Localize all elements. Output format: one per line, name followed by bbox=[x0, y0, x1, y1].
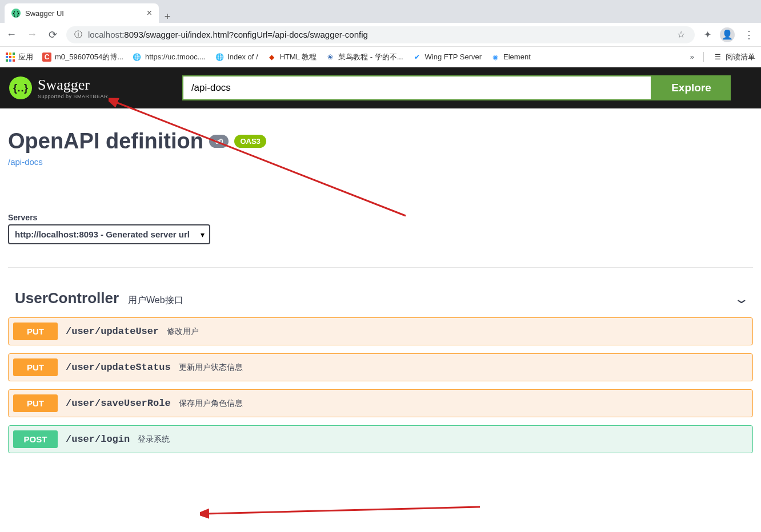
servers-select[interactable]: http://localhost:8093 - Generated server… bbox=[8, 224, 210, 244]
bookmark-item[interactable]: ❀菜鸟教程 - 学的不... bbox=[326, 52, 403, 62]
tag-name: UserController bbox=[15, 289, 119, 307]
operation-summary: 登录系统 bbox=[138, 434, 170, 445]
url-field[interactable]: ⓘ localhost:8093/swagger-ui/index.html?c… bbox=[66, 26, 695, 43]
swagger-logo: {‥} Swagger Supported by SMARTBEAR bbox=[9, 76, 108, 99]
annotation-arrow bbox=[200, 502, 486, 519]
operation-row[interactable]: PUT/user/updateStatus更新用户状态信息 bbox=[8, 353, 753, 381]
wing-icon: ✔ bbox=[412, 53, 422, 62]
servers-label: Servers bbox=[8, 213, 753, 222]
operation-path: /user/saveUserRole bbox=[66, 398, 171, 409]
swagger-topbar: {‥} Swagger Supported by SMARTBEAR Explo… bbox=[0, 67, 761, 108]
api-title-row: OpenAPI definition v0 OAS3 bbox=[8, 129, 753, 154]
apps-button[interactable]: 应用 bbox=[6, 52, 33, 62]
operation-summary: 保存用户角色信息 bbox=[179, 398, 243, 409]
reading-list-icon: ☰ bbox=[713, 53, 722, 62]
apps-grid-icon bbox=[6, 53, 15, 62]
separator bbox=[703, 52, 704, 62]
bookmark-item[interactable]: 🌐Index of / bbox=[215, 53, 258, 62]
explore-form: Explore bbox=[182, 75, 731, 100]
star-icon[interactable]: ☆ bbox=[675, 29, 687, 40]
profile-icon[interactable]: 👤 bbox=[720, 27, 735, 42]
divider bbox=[8, 267, 753, 268]
bookmark-item[interactable]: 🌐https://uc.tmooc.... bbox=[133, 53, 206, 62]
chevron-down-icon: ⌄ bbox=[734, 292, 749, 307]
browser-tab[interactable]: { } Swagger UI × bbox=[5, 3, 159, 23]
api-version-badge: v0 bbox=[209, 135, 229, 148]
page-viewport: {‥} Swagger Supported by SMARTBEAR Explo… bbox=[0, 67, 761, 532]
method-badge: PUT bbox=[13, 358, 58, 376]
bookmark-item[interactable]: ◆HTML 教程 bbox=[267, 52, 317, 62]
method-badge: PUT bbox=[13, 394, 58, 412]
swagger-logo-text: Swagger bbox=[38, 76, 90, 93]
method-badge: PUT bbox=[13, 323, 58, 340]
swagger-logo-icon: {‥} bbox=[9, 76, 32, 99]
runoob-icon: ❀ bbox=[326, 53, 335, 62]
explore-button[interactable]: Explore bbox=[652, 75, 731, 100]
bookmark-item[interactable]: Cm0_59607054的博... bbox=[42, 52, 123, 62]
close-icon[interactable]: × bbox=[147, 8, 152, 18]
address-bar: ← → ⟳ ⓘ localhost:8093/swagger-ui/index.… bbox=[0, 23, 761, 47]
forward-button[interactable]: → bbox=[25, 29, 39, 41]
tag-header[interactable]: UserController 用户Web接口 ⌄ bbox=[8, 281, 753, 317]
reload-button[interactable]: ⟳ bbox=[46, 29, 59, 41]
swagger-logo-subtitle: Supported by SMARTBEAR bbox=[38, 94, 108, 99]
spec-link[interactable]: /api-docs bbox=[8, 157, 43, 167]
reading-list-button[interactable]: ☰阅读清单 bbox=[713, 52, 755, 62]
apps-label: 应用 bbox=[18, 52, 33, 62]
bookmark-item[interactable]: ◉Element bbox=[491, 53, 531, 62]
spec-url-input[interactable] bbox=[182, 75, 652, 100]
api-title: OpenAPI definition bbox=[8, 129, 203, 154]
element-icon: ◉ bbox=[491, 53, 500, 62]
globe-icon: 🌐 bbox=[215, 53, 224, 62]
chrome-menu-icon[interactable]: ⋮ bbox=[742, 29, 756, 41]
tag-section: UserController 用户Web接口 ⌄ PUT/user/update… bbox=[8, 281, 753, 453]
bookmarks-bar: 应用 Cm0_59607054的博... 🌐https://uc.tmooc..… bbox=[0, 47, 761, 67]
tab-title: Swagger UI bbox=[25, 9, 142, 18]
csdn-icon: C bbox=[42, 53, 51, 62]
bookmarks-overflow[interactable]: » bbox=[690, 53, 694, 61]
browser-tab-strip: { } Swagger UI × + bbox=[0, 0, 761, 23]
new-tab-button[interactable]: + bbox=[159, 11, 176, 23]
url-text: localhost:8093/swagger-ui/index.html?con… bbox=[88, 30, 368, 39]
operation-summary: 修改用户 bbox=[167, 327, 199, 337]
operation-path: /user/updateUser bbox=[66, 326, 159, 337]
svg-line-1 bbox=[206, 507, 480, 514]
oas-badge: OAS3 bbox=[234, 135, 266, 148]
operation-row[interactable]: PUT/user/saveUserRole保存用户角色信息 bbox=[8, 389, 753, 417]
method-badge: POST bbox=[13, 430, 58, 448]
swagger-favicon: { } bbox=[11, 9, 21, 18]
tag-description: 用户Web接口 bbox=[128, 295, 183, 307]
operation-row[interactable]: PUT/user/updateUser修改用户 bbox=[8, 317, 753, 345]
operation-path: /user/login bbox=[66, 434, 130, 445]
globe-icon: 🌐 bbox=[133, 53, 142, 62]
operation-row[interactable]: POST/user/login登录系统 bbox=[8, 425, 753, 453]
operation-summary: 更新用户状态信息 bbox=[179, 362, 243, 373]
html-icon: ◆ bbox=[267, 53, 277, 62]
info-icon: ⓘ bbox=[74, 30, 82, 40]
bookmark-item[interactable]: ✔Wing FTP Server bbox=[412, 53, 482, 62]
back-button[interactable]: ← bbox=[5, 29, 18, 41]
operation-path: /user/updateStatus bbox=[66, 362, 171, 373]
extensions-icon[interactable]: ✦ bbox=[702, 29, 713, 40]
